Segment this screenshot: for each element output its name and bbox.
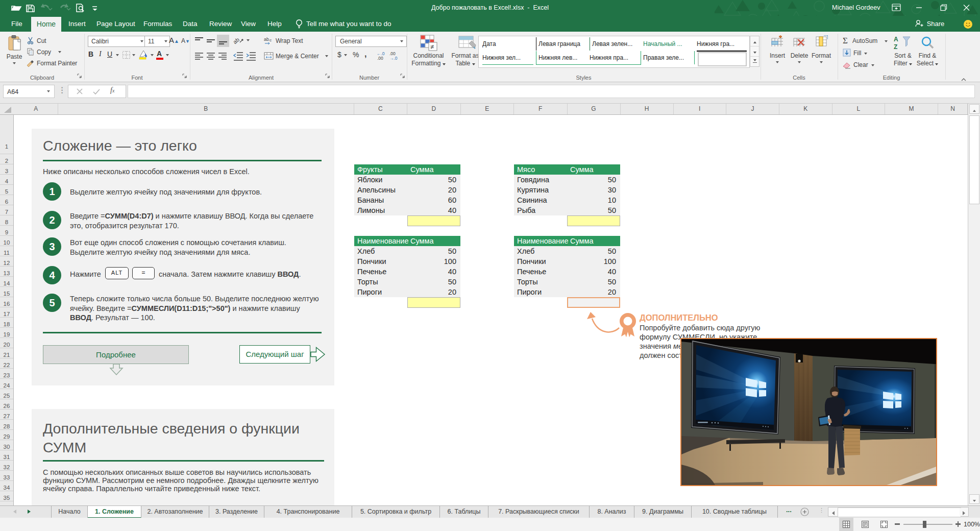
- svg-text:.00: .00: [377, 56, 383, 60]
- svg-text:Z: Z: [894, 43, 897, 51]
- svg-text:≠: ≠: [430, 43, 434, 51]
- svg-text:A: A: [894, 36, 898, 43]
- svg-text:ab: ab: [264, 37, 269, 42]
- svg-text:c: c: [270, 38, 272, 42]
- svg-text:ab: ab: [233, 36, 240, 45]
- svg-text:→.0: →.0: [389, 56, 398, 60]
